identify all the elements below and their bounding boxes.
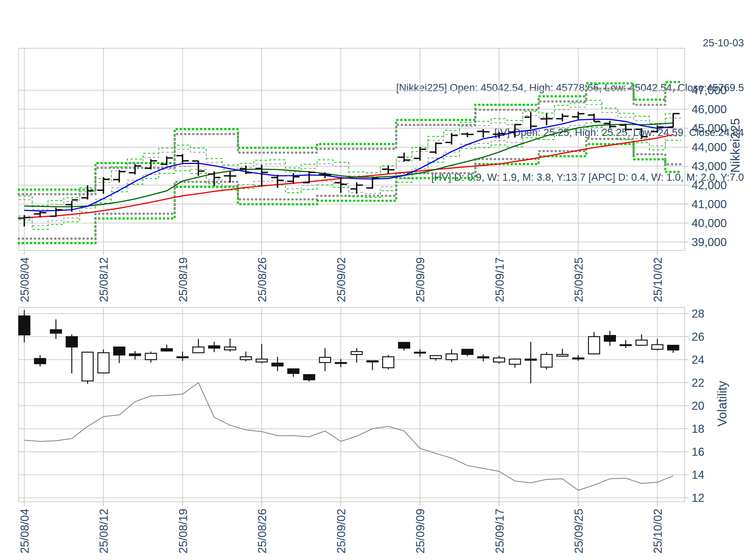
svg-text:47,000: 47,000 bbox=[692, 84, 727, 97]
svg-text:22: 22 bbox=[692, 376, 704, 389]
nikkei-panel-grid bbox=[19, 48, 689, 255]
nikkei-panel-y-tick-labels: 39,00040,00041,00042,00043,00044,00045,0… bbox=[692, 84, 727, 248]
svg-text:25/08/04: 25/08/04 bbox=[18, 257, 31, 302]
svg-text:12: 12 bbox=[692, 491, 704, 504]
svg-text:45,000: 45,000 bbox=[692, 122, 727, 135]
svg-text:25/09/02: 25/09/02 bbox=[335, 509, 348, 554]
svg-text:40,000: 40,000 bbox=[692, 217, 727, 230]
svg-text:25/08/12: 25/08/12 bbox=[97, 509, 110, 554]
svg-text:25/08/26: 25/08/26 bbox=[256, 509, 268, 554]
svg-text:42,000: 42,000 bbox=[692, 179, 727, 192]
svg-text:14: 14 bbox=[692, 469, 704, 481]
volatility-panel-x-tick-labels: 25/08/0425/08/1225/08/1925/08/2625/09/02… bbox=[18, 509, 664, 554]
svg-text:25/09/25: 25/09/25 bbox=[572, 257, 585, 302]
nikkei-axis-title: Nikkei225 bbox=[728, 114, 742, 177]
svg-text:16: 16 bbox=[692, 446, 704, 458]
svg-text:24: 24 bbox=[692, 353, 704, 366]
svg-text:25/08/26: 25/08/26 bbox=[256, 257, 268, 302]
svg-text:26: 26 bbox=[692, 330, 704, 343]
historical-volatility-line bbox=[24, 383, 673, 490]
svg-text:25/10/02: 25/10/02 bbox=[651, 509, 664, 554]
ma-fast-blue bbox=[24, 119, 673, 211]
price-volatility-chart: 39,00040,00041,00042,00043,00044,00045,0… bbox=[0, 0, 747, 560]
svg-text:25/09/17: 25/09/17 bbox=[493, 257, 506, 302]
svg-text:25/09/09: 25/09/09 bbox=[414, 509, 427, 554]
ma-mid-green bbox=[24, 123, 673, 207]
svg-text:25/09/17: 25/09/17 bbox=[493, 509, 506, 554]
svg-text:25/08/19: 25/08/19 bbox=[177, 257, 189, 302]
expected-move-inner-gray-band bbox=[19, 105, 681, 225]
svg-text:25/09/25: 25/09/25 bbox=[572, 509, 585, 554]
volatility-panel-y-tick-labels: 121416182022242628 bbox=[692, 308, 704, 504]
svg-text:18: 18 bbox=[692, 423, 704, 435]
svg-text:43,000: 43,000 bbox=[692, 160, 727, 173]
svg-text:25/08/19: 25/08/19 bbox=[177, 509, 189, 554]
svg-text:46,000: 46,000 bbox=[692, 103, 727, 116]
svg-text:20: 20 bbox=[692, 399, 704, 412]
volatility-axis-title: Volatility bbox=[715, 373, 729, 435]
svg-text:44,000: 44,000 bbox=[692, 141, 727, 154]
svg-text:28: 28 bbox=[692, 308, 704, 320]
iv-candles bbox=[19, 310, 679, 384]
svg-text:25/09/02: 25/09/02 bbox=[335, 257, 348, 302]
svg-text:25/08/04: 25/08/04 bbox=[18, 509, 31, 554]
svg-text:41,000: 41,000 bbox=[692, 198, 727, 211]
svg-text:25/09/09: 25/09/09 bbox=[414, 257, 427, 302]
svg-text:39,000: 39,000 bbox=[692, 236, 727, 248]
nikkei-ohlc-bars bbox=[18, 112, 679, 226]
svg-text:25/08/12: 25/08/12 bbox=[97, 257, 110, 302]
nikkei-panel-x-tick-labels: 25/08/0425/08/1225/08/1925/08/2625/09/02… bbox=[18, 257, 664, 302]
expected-move-outer-green-band bbox=[19, 82, 681, 243]
svg-text:25/10/02: 25/10/02 bbox=[651, 257, 664, 302]
